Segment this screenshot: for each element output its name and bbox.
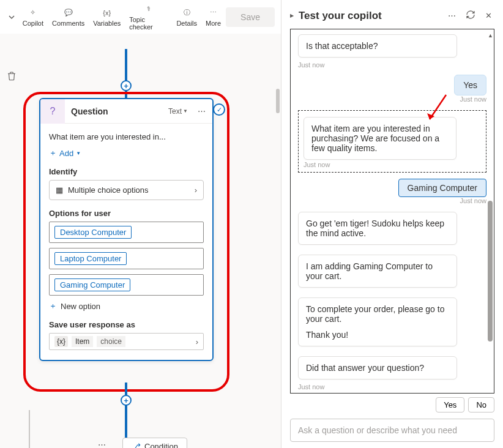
more-icon[interactable]: ⋯ [445, 10, 458, 21]
variable-icon: {x} [54, 336, 68, 347]
option-2[interactable]: Laptop Computer [49, 248, 204, 269]
trace-highlight: What item are you interested in purchasi… [298, 110, 486, 173]
node-more-icon[interactable]: ⋯ [192, 106, 212, 116]
add-node-bottom[interactable]: + [121, 395, 132, 406]
trash-icon[interactable] [6, 70, 17, 83]
timestamp: Just now [460, 197, 486, 204]
options-label: Options for user [49, 209, 204, 218]
toolbar-copilot[interactable]: ✧Copilot [19, 6, 47, 28]
toolbar-topic-checker[interactable]: ⚕Topic checker [125, 2, 171, 32]
question-icon: ? [40, 99, 65, 124]
annotation-arrow [425, 94, 449, 124]
variable-selector[interactable]: {x} Item choice › [49, 333, 204, 350]
new-option-button[interactable]: ＋New option [49, 301, 204, 312]
condition-node[interactable]: ⎇Condition [122, 438, 187, 448]
close-icon[interactable]: ✕ [483, 10, 494, 21]
chat-scrollbar[interactable] [488, 201, 493, 342]
branch-more-icon[interactable]: ⋯ [98, 440, 106, 448]
timestamp: Just now [304, 161, 481, 168]
bot-message: To complete your order, please go to you… [298, 297, 457, 346]
bot-message: Go get 'em tiger! Sudoku helps keep the … [298, 212, 457, 245]
toolbar: ✧Copilot 💬Comments {x}Variables ⚕Topic c… [0, 0, 281, 34]
timestamp: Just now [298, 61, 486, 69]
identify-selector[interactable]: ▦ Multiple choice options › [49, 180, 204, 200]
save-as-label: Save user response as [49, 320, 204, 329]
canvas-scrollbar[interactable] [276, 89, 280, 113]
user-message-selected: Gaming Computer [398, 179, 486, 197]
toolbar-comments[interactable]: 💬Comments [48, 6, 88, 28]
add-button[interactable]: ＋Add ▼ [49, 147, 204, 159]
check-icon: ✓ [213, 103, 225, 116]
grid-icon: ▦ [56, 185, 63, 195]
chevron-down-icon[interactable] [6, 13, 18, 21]
chevron-right-icon: › [195, 185, 197, 195]
flow-branch [29, 410, 30, 448]
canvas-body[interactable]: + ✓ ? Question Text ▼ ⋯ What item are yo… [0, 34, 281, 448]
bot-message: Is that acceptable? [298, 34, 457, 58]
node-title: Question [65, 106, 168, 116]
bot-message: Did that answer your question? [298, 356, 457, 379]
timestamp: Just now [298, 383, 486, 390]
suggested-yes-button[interactable]: Yes [436, 397, 464, 413]
toolbar-details[interactable]: ⓘDetails [173, 6, 201, 28]
timestamp: Just now [460, 95, 486, 103]
chat-input[interactable]: Ask a question or describe what you need [290, 419, 494, 442]
option-3[interactable]: Gaming Computer [49, 274, 204, 296]
question-node[interactable]: ? Question Text ▼ ⋯ What item are you in… [39, 98, 214, 361]
scroll-up-icon[interactable]: ▲ [488, 32, 493, 37]
bot-message: I am adding Gaming Computer to your cart… [298, 255, 457, 288]
test-panel: ▶ Test your copilot ⋯ ✕ ▲ Is that accept… [281, 0, 503, 448]
test-panel-title: Test your copilot [299, 10, 441, 22]
authoring-canvas: ✧Copilot 💬Comments {x}Variables ⚕Topic c… [0, 0, 281, 448]
text-mode-dropdown[interactable]: Text ▼ [168, 107, 192, 116]
add-node-top[interactable]: + [121, 80, 132, 91]
toolbar-variables[interactable]: {x}Variables [89, 6, 124, 28]
node-header: ? Question Text ▼ ⋯ [40, 99, 212, 124]
flow-connector [125, 49, 127, 104]
suggested-no-button[interactable]: No [468, 397, 494, 413]
user-message: Yes [454, 75, 486, 95]
toolbar-more[interactable]: ⋯More [202, 6, 225, 28]
chevron-right-icon: › [196, 337, 198, 346]
refresh-icon[interactable] [463, 9, 478, 23]
collapse-icon[interactable]: ▶ [290, 13, 294, 18]
save-button[interactable]: Save [226, 7, 275, 27]
identify-label: Identify [49, 167, 204, 176]
chat-transcript[interactable]: ▲ Is that acceptable? Just now Yes Just … [290, 29, 494, 394]
option-1[interactable]: Desktop Computer [49, 222, 204, 243]
question-prompt[interactable]: What item are you interested in... [49, 132, 204, 141]
